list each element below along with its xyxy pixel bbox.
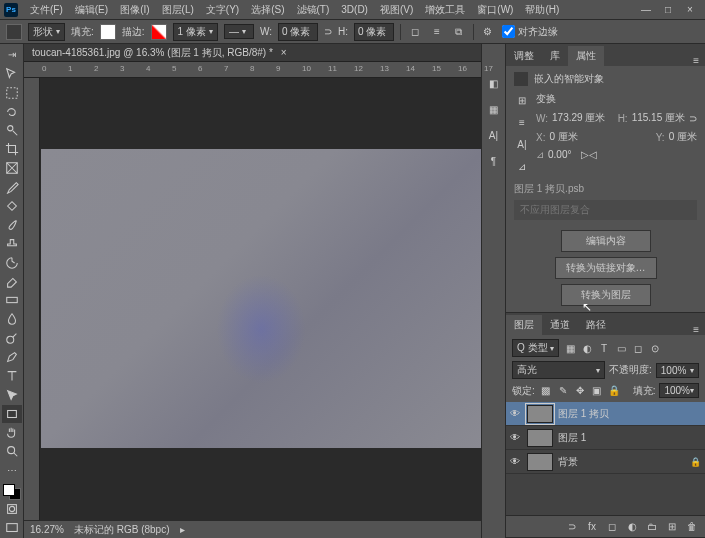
height-input[interactable]: 0 像素 [354,23,394,41]
width-input[interactable]: 0 像素 [278,23,318,41]
menu-layer[interactable]: 图层(L) [156,3,200,17]
lock-all-icon[interactable]: 🔒 [607,384,621,398]
shape-mode-dropdown[interactable]: 形状▾ [28,23,65,41]
type-tool[interactable] [2,367,22,385]
convert-to-layer-button[interactable]: 转换为图层 [561,284,651,306]
edit-contents-button[interactable]: 编辑内容 [561,230,651,252]
marquee-tool[interactable] [2,84,22,102]
new-layer-icon[interactable]: ⊞ [665,520,679,534]
filter-adjust-icon[interactable]: ◐ [580,341,594,355]
link-wh-icon[interactable]: ⊃ [324,26,332,37]
brush-tool[interactable] [2,216,22,234]
screen-mode-icon[interactable] [2,519,22,537]
layer-row[interactable]: 👁 背景 🔒 [506,450,705,474]
delete-icon[interactable]: 🗑 [685,520,699,534]
prop-angle[interactable]: 0.00° [548,149,571,160]
stroke-swatch[interactable] [151,24,167,40]
layer-name[interactable]: 图层 1 拷贝 [558,407,609,421]
window-minimize[interactable]: — [635,4,657,15]
ruler-vertical[interactable] [24,78,40,520]
menu-select[interactable]: 选择(S) [245,3,290,17]
visibility-icon[interactable]: 👁 [510,456,522,467]
tab-layers[interactable]: 图层 [506,315,542,335]
menu-type[interactable]: 文字(Y) [200,3,245,17]
ruler-horizontal[interactable]: 0 1 2 3 4 5 6 7 8 9 10 11 12 13 14 15 16… [24,62,481,78]
blend-mode-dropdown[interactable]: 高光▾ [512,361,605,379]
window-close[interactable]: × [679,4,701,15]
filter-type-icon[interactable]: T [597,341,611,355]
group-icon[interactable]: 🗀 [645,520,659,534]
eyedropper-tool[interactable] [2,178,22,196]
stroke-style-dropdown[interactable]: —▾ [224,24,254,39]
lock-position-icon[interactable]: ✥ [573,384,587,398]
link-dimensions-icon[interactable]: ⊃ [689,113,697,124]
layer-thumbnail[interactable] [527,429,553,447]
filter-smart-icon[interactable]: ◻ [631,341,645,355]
stamp-tool[interactable] [2,235,22,253]
menu-filter[interactable]: 滤镜(T) [291,3,336,17]
color-swatches[interactable] [3,484,21,500]
lock-pixels-icon[interactable]: ✎ [556,384,570,398]
quick-select-tool[interactable] [2,122,22,140]
menu-view[interactable]: 视图(V) [374,3,419,17]
flip-h-icon[interactable]: ▷◁ [581,149,597,160]
link-layers-icon[interactable]: ⊃ [565,520,579,534]
align-icon[interactable]: ≡ [429,24,445,40]
menu-image[interactable]: 图像(I) [114,3,155,17]
lock-transparent-icon[interactable]: ▩ [539,384,553,398]
transform-section-icon[interactable]: ⊞ [514,92,530,108]
align-section-icon[interactable]: ≡ [514,114,530,130]
layer-row[interactable]: 👁 图层 1 [506,426,705,450]
tab-adjustments[interactable]: 调整 [506,46,542,66]
eraser-tool[interactable] [2,273,22,291]
prop-y[interactable]: 0 厘米 [669,130,697,144]
canvas[interactable] [40,78,481,520]
zoom-tool[interactable] [2,442,22,460]
menu-3d[interactable]: 3D(D) [335,4,374,15]
pen-tool[interactable] [2,348,22,366]
menu-file[interactable]: 文件(F) [24,3,69,17]
hand-tool[interactable] [2,424,22,442]
menu-edit[interactable]: 编辑(E) [69,3,114,17]
document-tab[interactable]: toucan-4185361.jpg @ 16.3% (图层 1 拷贝, RGB… [24,44,481,62]
filter-pixel-icon[interactable]: ▦ [563,341,577,355]
color-panel-icon[interactable]: ◧ [485,74,503,92]
close-tab-icon[interactable]: × [281,47,287,58]
healing-tool[interactable] [2,197,22,215]
arrange-icon[interactable]: ⧉ [451,24,467,40]
document-info[interactable]: 未标记的 RGB (8bpc) [74,523,170,537]
frame-tool[interactable] [2,159,22,177]
collapse-icon[interactable]: ⇥ [2,46,22,64]
convert-to-linked-button[interactable]: 转换为链接对象… [555,257,657,279]
visibility-icon[interactable]: 👁 [510,432,522,443]
panel-menu-icon[interactable]: ≡ [687,55,705,66]
fx-icon[interactable]: fx [585,520,599,534]
tab-channels[interactable]: 通道 [542,315,578,335]
more-section-icon[interactable]: ⊿ [514,158,530,174]
path-ops-icon[interactable]: ◻ [407,24,423,40]
history-brush-tool[interactable] [2,254,22,272]
adjustment-icon[interactable]: ◐ [625,520,639,534]
lasso-tool[interactable] [2,103,22,121]
text-panel-icon[interactable]: A| [485,126,503,144]
gradient-tool[interactable] [2,291,22,309]
window-maximize[interactable]: □ [657,4,679,15]
prop-height[interactable]: 115.15 厘米 [632,111,685,125]
layer-name[interactable]: 图层 1 [558,431,586,445]
layer-thumbnail[interactable] [527,453,553,471]
mask-icon[interactable]: ◻ [605,520,619,534]
layer-row[interactable]: 👁 图层 1 拷贝 [506,402,705,426]
type-section-icon[interactable]: A| [514,136,530,152]
fill-swatch[interactable] [100,24,116,40]
prop-width[interactable]: 173.29 厘米 [552,111,605,125]
quick-mask-icon[interactable] [2,500,22,518]
stroke-width-input[interactable]: 1 像素▾ [173,23,218,41]
menu-window[interactable]: 窗口(W) [471,3,519,17]
menu-help[interactable]: 帮助(H) [519,3,565,17]
layer-name[interactable]: 背景 [558,455,578,469]
lock-icon[interactable]: 🔒 [690,457,701,467]
align-edges-checkbox[interactable]: 对齐边缘 [502,25,558,39]
zoom-level[interactable]: 16.27% [30,524,64,535]
layer-thumbnail[interactable] [527,405,553,423]
gear-icon[interactable]: ⚙ [480,24,496,40]
